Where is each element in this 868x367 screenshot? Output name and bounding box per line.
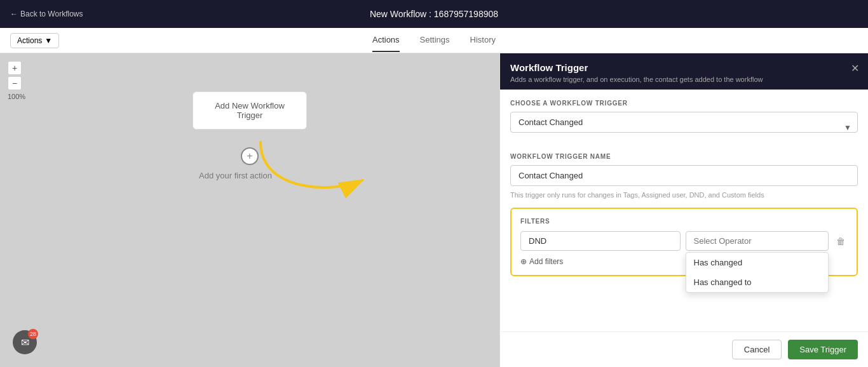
chat-icon: ✉: [21, 337, 29, 349]
back-to-workflows-link[interactable]: ← Back to Workflows: [10, 10, 83, 18]
choose-trigger-label: CHOOSE A WORKFLOW TRIGGER: [510, 100, 858, 107]
tab-history[interactable]: History: [470, 29, 496, 52]
main-area: + − 100% Add New Workflow Trigger + Add …: [0, 53, 868, 367]
actions-button[interactable]: Actions ▼: [10, 33, 59, 48]
workflow-trigger-panel: Workflow Trigger Adds a workflow trigger…: [499, 53, 868, 367]
helper-text: This trigger only runs for changes in Ta…: [510, 191, 858, 199]
delete-filter-button[interactable]: 🗑: [834, 234, 848, 249]
trigger-name-label: WORKFLOW TRIGGER NAME: [510, 153, 858, 160]
close-panel-button[interactable]: ✕: [851, 62, 859, 74]
zoom-in-button[interactable]: +: [8, 61, 22, 75]
trigger-select-wrapper: Contact Changed ▼: [510, 112, 858, 143]
actions-chevron-icon: ▼: [44, 36, 52, 45]
back-arrow-icon: ←: [10, 10, 18, 18]
add-filters-label: Add filters: [529, 257, 563, 266]
zoom-out-button[interactable]: −: [8, 76, 22, 90]
panel-footer: Cancel Save Trigger: [500, 331, 868, 367]
add-first-action-label: Add your first action: [199, 171, 272, 180]
workflow-canvas[interactable]: + − 100% Add New Workflow Trigger + Add …: [0, 53, 499, 367]
filters-section: FILTERS DND Has changed Has changed to 🗑: [510, 208, 858, 276]
arrow-illustration: [222, 117, 413, 244]
sub-navigation: Actions ▼ Actions Settings History: [0, 28, 868, 53]
operator-dropdown: Has changed Has changed to: [686, 252, 829, 293]
zoom-level: 100%: [8, 93, 25, 100]
cancel-button[interactable]: Cancel: [732, 340, 782, 359]
actions-button-label: Actions: [17, 36, 42, 45]
filter-operator-input[interactable]: [686, 231, 829, 251]
chat-badge: 28: [28, 329, 38, 339]
tab-settings[interactable]: Settings: [420, 29, 450, 52]
top-navigation: ← Back to Workflows New Workflow : 16879…: [0, 0, 868, 28]
filters-label: FILTERS: [520, 218, 848, 225]
add-node-button[interactable]: +: [241, 147, 259, 165]
filter-field-select[interactable]: DND: [520, 231, 681, 251]
operator-option-has-changed-to[interactable]: Has changed to: [686, 272, 829, 292]
add-filters-icon: ⊕: [520, 257, 527, 266]
filter-operator-wrapper: Has changed Has changed to: [686, 231, 829, 251]
workflow-title: New Workflow : 1687957198908: [370, 9, 498, 19]
trigger-select[interactable]: Contact Changed: [510, 112, 858, 133]
add-trigger-line1: Add New Workflow: [215, 101, 285, 110]
tab-actions[interactable]: Actions: [372, 29, 400, 52]
trigger-node-label: Add New Workflow Trigger: [206, 101, 294, 120]
operator-option-has-changed[interactable]: Has changed: [686, 253, 829, 272]
sub-nav-tabs: Actions Settings History: [372, 29, 496, 52]
panel-description: Adds a workflow trigger, and on executio…: [510, 76, 858, 83]
canvas-controls: + − 100%: [8, 61, 25, 100]
workflow-trigger-node[interactable]: Add New Workflow Trigger: [193, 91, 307, 130]
filter-row: DND Has changed Has changed to 🗑: [520, 231, 848, 251]
panel-title: Workflow Trigger: [510, 62, 858, 73]
chat-button[interactable]: ✉ 28: [13, 330, 37, 354]
add-trigger-line2: Trigger: [237, 110, 263, 120]
trigger-name-input[interactable]: [510, 165, 858, 186]
save-trigger-button[interactable]: Save Trigger: [788, 340, 858, 359]
back-label: Back to Workflows: [20, 10, 83, 18]
panel-header: Workflow Trigger Adds a workflow trigger…: [500, 53, 868, 90]
panel-body: CHOOSE A WORKFLOW TRIGGER Contact Change…: [500, 90, 868, 331]
